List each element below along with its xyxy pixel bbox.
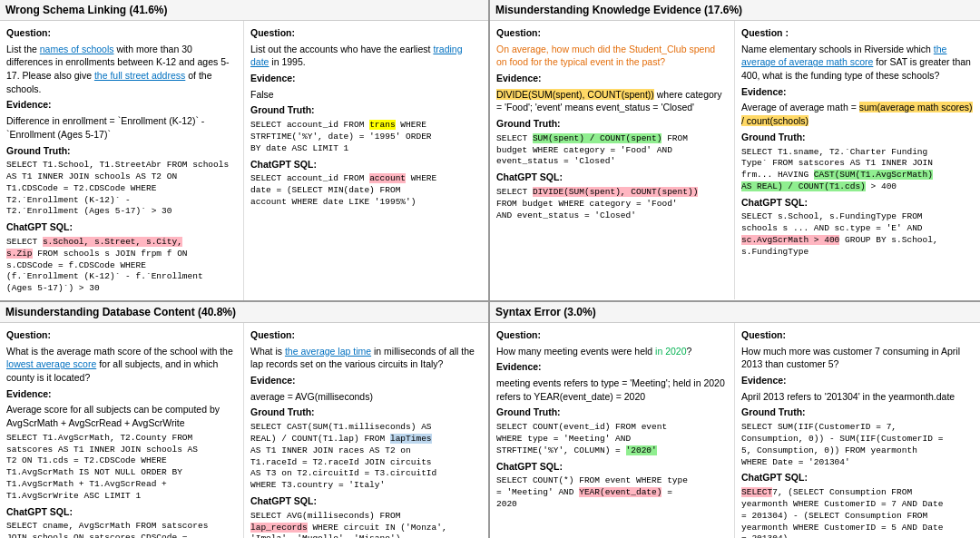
evidence-label2: Evidence: (250, 73, 296, 83)
section-wrong-schema-title: Wrong Schema Linking (41.6%) (0, 0, 488, 21)
evidence-text: Difference in enrollment = `Enrollment (… (6, 114, 237, 141)
evidence-text-d1: Average score for all subjects can be co… (6, 403, 237, 429)
ground-truth-code2: SELECT account_id FROM trans WHERE STRFT… (250, 120, 482, 154)
knowledge-col1: Question: On average, how much did the S… (490, 21, 735, 299)
ground-truth-code-k1: SELECT SUM(spent) / COUNT(spent) FROM bu… (496, 133, 728, 168)
evidence-text-k2: Average of average math = sum(average ma… (741, 101, 974, 127)
ground-truth-label-k2: Ground Truth: (741, 132, 806, 142)
chatgpt-sql-label-k1: ChatGPT SQL: (496, 171, 563, 182)
syntax-col1: Question: How many meeting events were h… (490, 323, 735, 538)
ground-truth-label-d2: Ground Truth: (250, 406, 315, 417)
question-text-k2: Name elementary schools in Riverside whi… (741, 43, 974, 83)
question-label-k2: Question : (741, 27, 789, 38)
question-label-k1: Question: (496, 27, 541, 38)
wrong-schema-col1: Question: List the names of schools with… (0, 21, 244, 300)
ground-truth-label: Ground Truth: (6, 145, 71, 156)
section-syntax-error-title: Syntax Error (3.0%) (490, 302, 980, 323)
evidence-label-k2: Evidence: (741, 86, 787, 97)
question-label2: Question: (250, 27, 295, 38)
question-label: Question: (6, 27, 51, 38)
section-syntax-error: Syntax Error (3.0%) Question: How many m… (490, 302, 980, 538)
section-knowledge-title: Misunderstanding Knowledge Evidence (17.… (490, 0, 980, 21)
evidence-text-d2: average = AVG(milliseconds) (250, 390, 482, 404)
chatgpt-sql-label-s1: ChatGPT SQL: (496, 461, 563, 472)
knowledge-col2: Question : Name elementary schools in Ri… (735, 21, 980, 299)
wrong-schema-col2: Question: List out the accounts who have… (244, 21, 488, 300)
db-col1: Question: What is the average math score… (0, 323, 244, 538)
evidence-text-s2: April 2013 refers to '201304' in the yea… (741, 390, 974, 404)
section-db-content-title: Misunderstanding Database Content (40.8%… (0, 302, 488, 323)
ground-truth-code-d1: SELECT T1.AvgScrMath, T2.County FROM sat… (6, 433, 237, 503)
ground-truth-code-s2: SELECT SUM(IIF(CustomerID = 7, Consumpti… (741, 422, 974, 468)
evidence-label-d2: Evidence: (250, 375, 296, 386)
section-db-content: Misunderstanding Database Content (40.8%… (0, 302, 490, 538)
evidence-label: Evidence: (6, 99, 52, 110)
syntax-col2: Question: How much more was customer 7 c… (735, 323, 980, 538)
chatgpt-sql-code-k2: SELECT s.School, s.FundingType FROM scho… (741, 211, 974, 258)
question-label-d1: Question: (6, 329, 51, 340)
ground-truth-code-k2: SELECT T1.sname, T2.`Charter Funding Typ… (741, 147, 974, 193)
question-text: List the names of schools with more than… (6, 43, 237, 96)
evidence-text2: False (250, 88, 482, 102)
chatgpt-sql-label2: ChatGPT SQL: (250, 159, 317, 170)
ground-truth-label2: Ground Truth: (250, 104, 315, 115)
chatgpt-sql-code-d1: SELECT cname, AvgScrMath FROM satscores … (6, 521, 237, 538)
ground-truth-label-s1: Ground Truth: (496, 406, 561, 417)
chatgpt-sql-label-s2: ChatGPT SQL: (741, 472, 808, 483)
ground-truth-code-s1: SELECT COUNT(event_id) FROM event WHERE … (496, 422, 728, 456)
question-label-s2: Question: (741, 329, 786, 340)
question-text-s2: How much more was customer 7 consuming i… (741, 345, 974, 371)
chatgpt-sql-code-s1: SELECT COUNT(*) FROM event WHERE type = … (496, 475, 728, 510)
evidence-label-s1: Evidence: (496, 361, 542, 372)
db-col2: Question: What is the average lap time i… (244, 323, 488, 538)
question-label-s1: Question: (496, 329, 541, 340)
question-text-s1: How many meeting events were held in 202… (496, 345, 728, 358)
chatgpt-sql-code-d2: SELECT AVG(milliseconds) FROM lap_record… (250, 511, 482, 538)
chatgpt-sql-label-d2: ChatGPT SQL: (250, 495, 317, 506)
question-text-d1: What is the average math score of the sc… (6, 345, 237, 385)
chatgpt-sql-label-k2: ChatGPT SQL: (741, 197, 808, 208)
evidence-label-s2: Evidence: (741, 375, 787, 386)
question-text-k1: On average, how much did the Student_Clu… (496, 43, 728, 69)
section-knowledge: Misunderstanding Knowledge Evidence (17.… (490, 0, 980, 300)
evidence-label-d1: Evidence: (6, 388, 52, 399)
ground-truth-code: SELECT T1.School, T1.StreetAbr FROM scho… (6, 160, 237, 218)
ground-truth-label-k1: Ground Truth: (496, 118, 561, 129)
question-label-d2: Question: (250, 329, 295, 340)
chatgpt-sql-code-s2: SELECT7, (SELECT Consumption FROM yearmo… (741, 487, 974, 538)
evidence-label-k1: Evidence: (496, 73, 542, 83)
chatgpt-sql-label-d1: ChatGPT SQL: (6, 506, 73, 517)
ground-truth-label-s2: Ground Truth: (741, 406, 806, 417)
evidence-text-k1: DIVIDE(SUM(spent), COUNT(spent)) where c… (496, 88, 728, 114)
section-wrong-schema: Wrong Schema Linking (41.6%) Question: L… (0, 0, 490, 300)
question-text-d2: What is the average lap time in millisec… (250, 345, 482, 371)
question-text2: List out the accounts who have the earli… (250, 43, 482, 69)
chatgpt-sql-code2: SELECT account_id FROM account WHERE dat… (250, 173, 482, 208)
chatgpt-sql-code: SELECT s.School, s.Street, s.City, s.Zip… (6, 237, 237, 295)
chatgpt-sql-code-k1: SELECT DIVIDE(SUM(spent), COUNT(spent)) … (496, 187, 728, 221)
chatgpt-sql-label: ChatGPT SQL: (6, 221, 73, 232)
evidence-text-s1: meeting events refers to type = 'Meeting… (496, 377, 728, 403)
ground-truth-code-d2: SELECT CAST(SUM(T1.milliseconds) AS REAL… (250, 422, 482, 492)
